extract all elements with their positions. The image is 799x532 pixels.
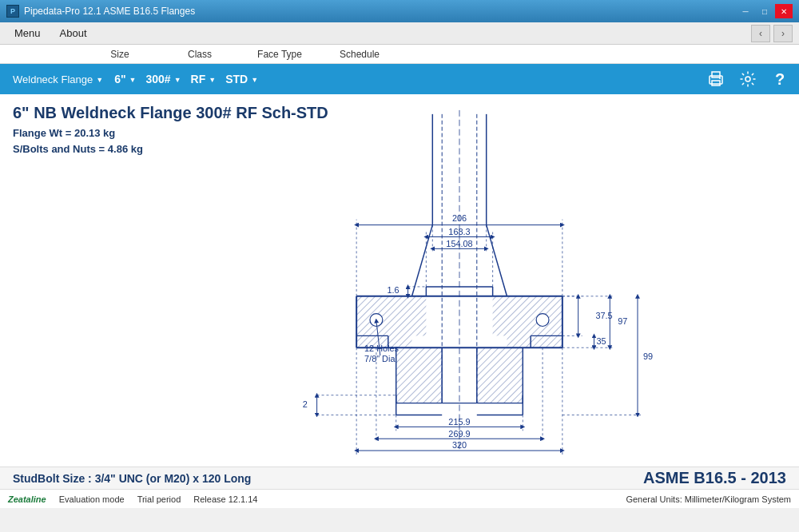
- dim-99: 99: [643, 351, 653, 361]
- svg-rect-2: [712, 81, 720, 85]
- nav-back[interactable]: ‹: [751, 25, 770, 42]
- dim-35: 35: [596, 336, 606, 346]
- status-items: Evaluation mode Trial period Release 12.…: [59, 494, 258, 504]
- schedule-label: Schedule: [320, 49, 400, 60]
- svg-line-12: [487, 225, 507, 296]
- svg-point-41: [370, 314, 383, 327]
- schedule-value: STD: [225, 73, 248, 85]
- dim-269: 269.9: [448, 429, 470, 439]
- schedule-arrow: ▼: [251, 76, 258, 84]
- flange-type-label: Weldneck Flange: [13, 73, 93, 85]
- dia-label: 7/8" Dia: [364, 354, 396, 363]
- svg-rect-35: [412, 296, 427, 336]
- svg-rect-39: [356, 296, 411, 347]
- print-button[interactable]: [703, 66, 729, 92]
- settings-button[interactable]: [735, 66, 761, 92]
- size-arrow: ▼: [129, 76, 137, 84]
- class-arrow: ▼: [174, 76, 181, 84]
- dim-206: 206: [452, 213, 467, 223]
- statusbar: Zeataline Evaluation mode Trial period R…: [0, 489, 799, 508]
- toolbar: Weldneck Flange ▼ 6" ▼ 300# ▼ RF ▼ STD ▼: [0, 64, 799, 94]
- flange-drawing: 206 168.3 154.08 1.6 37.5 97 99 35 2 215…: [128, 102, 791, 459]
- minimize-button[interactable]: ─: [737, 4, 754, 18]
- size-label: Size: [80, 49, 160, 60]
- holes-label: 12 Holes: [364, 343, 400, 353]
- svg-rect-36: [493, 296, 507, 336]
- titlebar: P Pipedata-Pro 12.1 ASME B16.5 Flanges ─…: [0, 0, 799, 22]
- flange-type-selector[interactable]: Weldneck Flange ▼: [6, 64, 109, 94]
- status-release: Release 12.1.14: [193, 494, 257, 504]
- toolbar-right: ?: [703, 66, 793, 92]
- app-icon: P: [6, 5, 19, 18]
- svg-line-11: [412, 225, 433, 296]
- titlebar-left: P Pipedata-Pro 12.1 ASME B16.5 Flanges: [6, 5, 195, 18]
- svg-rect-37: [396, 347, 442, 403]
- studbolt-bar: StudBolt Size : 3/4" UNC (or M20) x 120 …: [0, 466, 799, 489]
- selector-labels: Size Class Face Type Schedule: [0, 45, 799, 64]
- close-button[interactable]: ✕: [775, 4, 793, 18]
- dim-320: 320: [452, 440, 467, 450]
- window-title: Pipedata-Pro 12.1 ASME B16.5 Flanges: [24, 6, 195, 17]
- dim-215: 215.9: [448, 417, 470, 427]
- svg-point-4: [745, 77, 750, 81]
- studbolt-text: StudBolt Size : 3/4" UNC (or M20) x 120 …: [13, 472, 251, 485]
- svg-point-3: [719, 77, 721, 79]
- menu-menu[interactable]: Menu: [6, 24, 49, 42]
- main-content: 6" NB Weldneck Flange 300# RF Sch-STD Fl…: [0, 94, 799, 466]
- dim-154: 154.08: [446, 239, 472, 248]
- nav-forward[interactable]: ›: [773, 25, 793, 42]
- class-label: Class: [160, 49, 240, 60]
- size-selector[interactable]: 6" ▼: [109, 64, 141, 94]
- dim-97: 97: [618, 316, 627, 326]
- status-mode: Evaluation mode: [59, 494, 125, 504]
- dim-2: 2: [303, 399, 308, 409]
- size-value: 6": [114, 73, 125, 85]
- status-period: Trial period: [137, 494, 181, 504]
- svg-point-42: [536, 314, 549, 327]
- facetype-selector[interactable]: RF ▼: [186, 64, 221, 94]
- maximize-button[interactable]: □: [756, 4, 773, 18]
- facetype-value: RF: [191, 73, 206, 85]
- standard-text: ASME B16.5 - 2013: [643, 469, 786, 487]
- menubar: Menu About ‹ ›: [0, 22, 799, 45]
- class-value: 300#: [146, 73, 171, 85]
- schedule-selector[interactable]: STD ▼: [221, 64, 263, 94]
- svg-rect-38: [477, 347, 523, 403]
- facetype-label: Face Type: [240, 49, 320, 60]
- dim-168: 168.3: [448, 227, 470, 236]
- brand-label: Zeataline: [8, 494, 46, 504]
- svg-rect-1: [712, 72, 720, 77]
- drawing-area: 206 168.3 154.08 1.6 37.5 97 99 35 2 215…: [128, 102, 791, 459]
- dim-37-5: 37.5: [595, 311, 612, 320]
- flange-type-arrow: ▼: [96, 76, 103, 84]
- class-selector[interactable]: 300# ▼: [141, 64, 186, 94]
- facetype-arrow: ▼: [209, 76, 216, 84]
- svg-rect-40: [507, 296, 562, 347]
- menu-about[interactable]: About: [52, 24, 95, 42]
- help-button[interactable]: ?: [767, 66, 793, 92]
- dim-1-6: 1.6: [388, 285, 400, 295]
- status-units: General Units: Millimeter/Kilogram Syste…: [626, 494, 791, 504]
- nav-arrows[interactable]: ‹ ›: [751, 25, 793, 42]
- titlebar-controls[interactable]: ─ □ ✕: [737, 4, 793, 18]
